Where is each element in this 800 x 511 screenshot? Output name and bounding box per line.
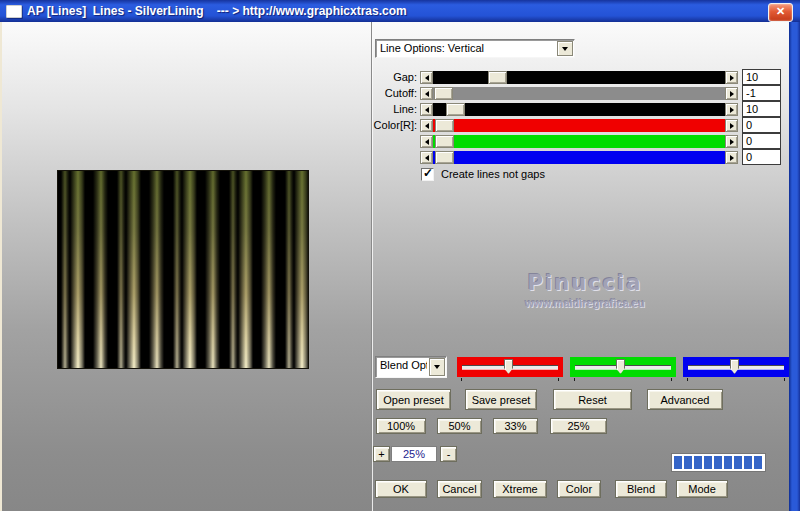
- arrow-left-icon: [425, 123, 429, 129]
- color-b-slider-row: 0: [0, 151, 789, 164]
- watermark: Pinuccia www.maidiregrafica.eu: [468, 271, 702, 309]
- arrow-left-icon: [425, 155, 429, 161]
- gap-value-field[interactable]: 10: [742, 69, 781, 85]
- gap-slider-left-arrow[interactable]: [420, 71, 433, 84]
- cutoff-slider[interactable]: [420, 87, 738, 100]
- zoom-33-button[interactable]: 33%: [493, 418, 538, 434]
- progress-segment: [744, 456, 752, 469]
- blend-blue-trackbar[interactable]: [683, 357, 789, 377]
- blend-green-thumb[interactable]: [616, 359, 625, 374]
- progress-segment: [704, 456, 712, 469]
- color-g-value-field[interactable]: 0: [742, 133, 781, 149]
- watermark-url: www.maidiregrafica.eu: [468, 297, 702, 309]
- cutoff-slider-left-arrow[interactable]: [420, 87, 433, 100]
- progress-segment: [674, 456, 682, 469]
- blend-button[interactable]: Blend: [615, 480, 667, 498]
- save-preset-button[interactable]: Save preset: [465, 389, 537, 410]
- color-r-slider[interactable]: [420, 119, 738, 132]
- zoom-out-button[interactable]: -: [440, 446, 457, 462]
- line-slider-thumb[interactable]: [446, 103, 465, 116]
- arrow-left-icon: [425, 75, 429, 81]
- zoom-in-button[interactable]: +: [373, 446, 390, 462]
- color-r-slider-label: Color[R]:: [336, 119, 417, 132]
- dropdown-button[interactable]: [429, 358, 445, 376]
- line-slider-left-arrow[interactable]: [420, 103, 433, 116]
- blend-options-dropdown[interactable]: Blend Opti: [375, 356, 447, 378]
- zoom-50-button[interactable]: 50%: [437, 418, 482, 434]
- cutoff-slider-track[interactable]: [433, 87, 725, 100]
- line-options-selected: Line Options: Vertical: [380, 42, 555, 56]
- cutoff-slider-right-arrow[interactable]: [725, 87, 738, 100]
- mode-button[interactable]: Mode: [676, 480, 728, 498]
- color-b-slider-track[interactable]: [433, 151, 725, 164]
- dropdown-button[interactable]: [557, 41, 573, 56]
- cutoff-value-field[interactable]: -1: [742, 85, 781, 101]
- line-value-field[interactable]: 10: [742, 101, 781, 117]
- color-r-slider-left-arrow[interactable]: [420, 119, 433, 132]
- gap-slider-track[interactable]: [433, 71, 725, 84]
- color-b-value-field[interactable]: 0: [742, 149, 781, 165]
- advanced-button[interactable]: Advanced: [647, 389, 723, 410]
- arrow-left-icon: [425, 91, 429, 97]
- color-b-slider[interactable]: [420, 151, 738, 164]
- blend-green-trackbar[interactable]: [570, 357, 676, 377]
- color-g-slider-row: 0: [0, 135, 789, 148]
- zoom-25-button[interactable]: 25%: [550, 418, 607, 434]
- xtreme-button[interactable]: Xtreme: [493, 480, 547, 498]
- gap-slider[interactable]: [420, 71, 738, 84]
- progress-segment: [754, 456, 762, 469]
- color-g-slider-left-arrow[interactable]: [420, 135, 433, 148]
- color-button[interactable]: Color: [557, 480, 601, 498]
- arrow-right-icon: [730, 91, 734, 97]
- arrow-right-icon: [730, 139, 734, 145]
- preview-image[interactable]: [57, 170, 309, 369]
- color-g-slider[interactable]: [420, 135, 738, 148]
- gap-slider-thumb[interactable]: [488, 71, 507, 84]
- close-icon: ✕: [776, 5, 785, 17]
- reset-button[interactable]: Reset: [553, 389, 632, 410]
- color-b-slider-right-arrow[interactable]: [725, 151, 738, 164]
- arrow-right-icon: [730, 75, 734, 81]
- window-right-border: [789, 22, 800, 511]
- color-g-slider-track[interactable]: [433, 135, 725, 148]
- close-button[interactable]: ✕: [768, 3, 793, 22]
- tick-mark: [784, 378, 785, 381]
- blend-red-trackbar[interactable]: [457, 357, 563, 377]
- arrow-right-icon: [730, 123, 734, 129]
- line-options-dropdown[interactable]: Line Options: Vertical: [375, 39, 575, 58]
- progress-segment: [714, 456, 722, 469]
- checkmark-icon: ✓: [423, 166, 433, 180]
- color-r-slider-thumb[interactable]: [435, 119, 454, 132]
- progress-segment: [734, 456, 742, 469]
- create-lines-not-gaps-checkbox[interactable]: ✓: [421, 168, 434, 181]
- cutoff-slider-row: Cutoff:-1: [0, 87, 789, 100]
- gap-slider-right-arrow[interactable]: [725, 71, 738, 84]
- color-r-slider-right-arrow[interactable]: [725, 119, 738, 132]
- zoom-100-button[interactable]: 100%: [376, 418, 426, 434]
- gap-slider-label: Gap:: [336, 71, 417, 84]
- color-b-slider-left-arrow[interactable]: [420, 151, 433, 164]
- line-slider[interactable]: [420, 103, 738, 116]
- cancel-button[interactable]: Cancel: [437, 480, 482, 498]
- color-b-slider-thumb[interactable]: [435, 151, 454, 164]
- progress-bar: [671, 453, 766, 472]
- color-g-slider-thumb[interactable]: [435, 135, 454, 148]
- arrow-right-icon: [730, 155, 734, 161]
- arrow-right-icon: [730, 107, 734, 113]
- blend-red-thumb[interactable]: [504, 359, 513, 374]
- color-g-slider-right-arrow[interactable]: [725, 135, 738, 148]
- tick-mark: [574, 378, 575, 381]
- open-preset-button[interactable]: Open preset: [376, 389, 451, 410]
- tick-mark: [671, 378, 672, 381]
- tick-mark: [558, 378, 559, 381]
- color-r-slider-track[interactable]: [433, 119, 725, 132]
- title-bar[interactable]: AP [Lines] Lines - SilverLining --- > ht…: [0, 0, 800, 22]
- color-r-value-field[interactable]: 0: [742, 117, 781, 133]
- blend-blue-thumb[interactable]: [730, 359, 739, 374]
- line-slider-right-arrow[interactable]: [725, 103, 738, 116]
- ok-button[interactable]: OK: [375, 480, 427, 498]
- plugin-window: AP [Lines] Lines - SilverLining --- > ht…: [0, 0, 800, 511]
- progress-segment: [724, 456, 732, 469]
- line-slider-track[interactable]: [433, 103, 725, 116]
- cutoff-slider-thumb[interactable]: [434, 87, 453, 100]
